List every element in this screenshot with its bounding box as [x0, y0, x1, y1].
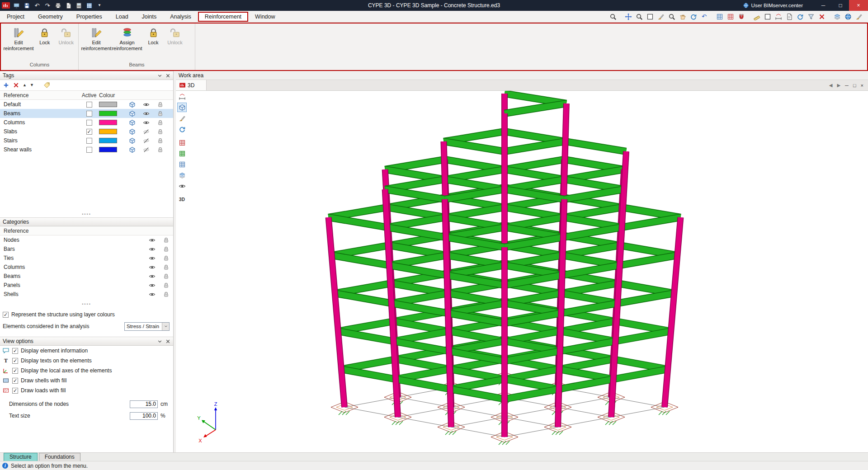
- lock-icon[interactable]: [163, 237, 170, 244]
- bar-report-icon[interactable]: [784, 12, 794, 21]
- tag-colour-swatch[interactable]: [99, 129, 117, 134]
- tag-row-columns[interactable]: Columns: [0, 118, 173, 127]
- tag-active-checkbox[interactable]: [86, 111, 92, 117]
- menu-item-joints[interactable]: Joints: [135, 12, 164, 22]
- document-icon[interactable]: [64, 1, 72, 9]
- lock-icon[interactable]: [157, 110, 164, 117]
- grid-icon[interactable]: [177, 160, 187, 169]
- tag-row-slabs[interactable]: Slabs: [0, 127, 173, 136]
- tag-row-beams[interactable]: Beams: [0, 109, 173, 118]
- edit-tag-icon[interactable]: [43, 82, 50, 89]
- tag-row-default[interactable]: Default: [0, 100, 173, 109]
- undo-icon[interactable]: ↶: [33, 1, 41, 9]
- lock-icon[interactable]: [163, 264, 170, 271]
- save-icon[interactable]: [23, 1, 31, 9]
- visibility-eye-icon[interactable]: [149, 273, 156, 280]
- visibility-eye-icon[interactable]: [149, 237, 156, 244]
- tag-colour-swatch[interactable]: [99, 111, 117, 116]
- lock-icon[interactable]: [163, 282, 170, 289]
- print-template-icon[interactable]: [726, 12, 735, 21]
- view-cube-icon[interactable]: [177, 103, 187, 112]
- zoom-scale-icon[interactable]: [645, 12, 655, 21]
- category-row-shells[interactable]: Shells: [0, 290, 173, 299]
- close-icon[interactable]: [165, 73, 171, 79]
- category-row-columns[interactable]: Columns: [0, 263, 173, 272]
- zoom-window-icon[interactable]: [634, 12, 644, 21]
- tag-colour-swatch[interactable]: [99, 138, 117, 143]
- angle-measure-icon[interactable]: [177, 92, 187, 101]
- visibility-eye-icon[interactable]: [143, 119, 150, 126]
- maximize-button[interactable]: □: [832, 0, 849, 11]
- zoom-arrows-icon[interactable]: [623, 12, 633, 21]
- views-cube-icon[interactable]: [129, 119, 136, 126]
- menu-item-project[interactable]: Project: [0, 12, 31, 22]
- printer-icon[interactable]: [54, 1, 62, 9]
- search-icon[interactable]: [608, 12, 618, 21]
- lock-icon[interactable]: [163, 246, 170, 253]
- visibility-off-icon[interactable]: [143, 128, 150, 135]
- menu-item-reinforcement[interactable]: Reinforcement: [198, 12, 248, 22]
- tab-prev-icon[interactable]: ◀: [829, 83, 833, 88]
- represent-layer-colours-checkbox[interactable]: [3, 312, 9, 318]
- move-up-icon[interactable]: ▲: [23, 83, 27, 87]
- lock-icon[interactable]: [163, 291, 170, 298]
- category-row-bars[interactable]: Bars: [0, 244, 173, 254]
- view-option-checkbox[interactable]: [12, 358, 18, 364]
- tag-row-shear-walls[interactable]: Shear walls: [0, 145, 173, 154]
- menu-item-geometry[interactable]: Geometry: [31, 12, 70, 22]
- delete-icon[interactable]: [817, 12, 826, 21]
- tag-active-checkbox[interactable]: [86, 147, 92, 153]
- calculator-icon[interactable]: [75, 1, 83, 9]
- collapse-chevron-icon[interactable]: [157, 338, 163, 344]
- category-row-nodes[interactable]: Nodes: [0, 235, 173, 244]
- view-close-icon[interactable]: ×: [861, 83, 863, 88]
- paint-icon[interactable]: [177, 113, 187, 123]
- layers-icon[interactable]: [177, 170, 187, 180]
- lock-icon[interactable]: [157, 128, 164, 135]
- pan-hand-icon[interactable]: [678, 12, 687, 21]
- visibility-eye-icon[interactable]: [149, 291, 156, 298]
- chevron-down-icon[interactable]: [162, 323, 169, 330]
- view-option-checkbox[interactable]: [12, 348, 18, 354]
- filter-icon[interactable]: [806, 12, 816, 21]
- collapse-chevron-icon[interactable]: [157, 73, 163, 79]
- text-size-input[interactable]: [130, 412, 158, 420]
- monitor-icon[interactable]: [12, 1, 20, 9]
- tile-windows-icon[interactable]: [832, 12, 842, 21]
- snap-magnet-icon[interactable]: [736, 12, 746, 21]
- tab-3d[interactable]: 3D: [176, 80, 207, 90]
- visibility-eye-icon[interactable]: [149, 282, 156, 289]
- table-icon[interactable]: [177, 138, 187, 147]
- menu-item-window[interactable]: Window: [248, 12, 282, 22]
- visibility-off-icon[interactable]: [143, 137, 150, 144]
- menu-item-load[interactable]: Load: [109, 12, 135, 22]
- move-down-icon[interactable]: ▼: [30, 83, 34, 87]
- lock-icon[interactable]: [157, 101, 164, 108]
- panel-resizer[interactable]: ••••: [0, 299, 173, 310]
- category-row-ties[interactable]: Ties: [0, 254, 173, 263]
- zoom-out-icon[interactable]: [667, 12, 676, 21]
- tag-colour-swatch[interactable]: [99, 120, 117, 125]
- tag-active-checkbox[interactable]: [86, 129, 92, 135]
- lock-icon[interactable]: [157, 137, 164, 144]
- nodes-dimension-input[interactable]: [130, 400, 158, 408]
- views-cube-icon[interactable]: [129, 110, 136, 117]
- tag-active-checkbox[interactable]: [86, 120, 92, 126]
- toolbar-more-icon[interactable]: ▼: [95, 1, 104, 9]
- bimserver-sync-globe-icon[interactable]: [843, 12, 853, 21]
- category-row-panels[interactable]: Panels: [0, 281, 173, 290]
- views-cube-icon[interactable]: [129, 128, 136, 135]
- visibility-eye-icon[interactable]: [149, 255, 156, 262]
- redraw-brush-icon[interactable]: [656, 12, 665, 21]
- viewport-3d[interactable]: 3D Z Y X: [176, 91, 868, 452]
- tag-active-checkbox[interactable]: [86, 138, 92, 144]
- assign-beam-reinforcement-button[interactable]: Assign reinforcement: [112, 26, 142, 51]
- view-3d-icon[interactable]: 3D: [177, 195, 187, 204]
- view-option-checkbox[interactable]: [12, 368, 18, 374]
- previous-view-icon[interactable]: ↶: [699, 12, 709, 21]
- tab-structure[interactable]: Structure: [4, 453, 38, 461]
- structure-3d[interactable]: [188, 91, 868, 452]
- orbit-icon[interactable]: [177, 124, 187, 134]
- lock-icon[interactable]: [163, 273, 170, 280]
- visibility-eye-icon[interactable]: [177, 181, 187, 191]
